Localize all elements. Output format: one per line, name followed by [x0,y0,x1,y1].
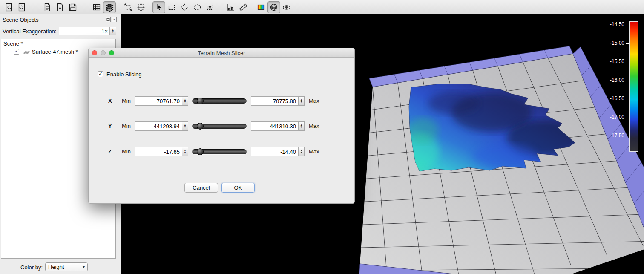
deselect-button[interactable] [204,1,216,13]
mesh-item-label: Surface-47.mesh * [32,49,78,55]
x-max-stepper[interactable]: ▲▼ [299,96,305,106]
min-label: Min [122,148,131,155]
enable-slicing-checkbox[interactable] [98,71,104,77]
transform-mesh-button[interactable] [135,1,147,13]
colormap-icon [256,3,266,12]
table-view-button[interactable] [90,1,103,13]
import-document-button[interactable] [54,1,66,13]
colorbar-tick [626,81,629,81]
y-min-input[interactable] [135,121,182,131]
stepper-down-icon: ▼ [112,31,114,33]
colormap-button[interactable] [255,1,267,13]
panel-title: Scene Objects [3,17,39,23]
import-document-icon [55,3,65,12]
orbit-icon [282,3,291,12]
z-max-input[interactable] [251,147,299,156]
ruler-button[interactable] [237,1,250,13]
vertical-exaggeration-label: Vertical Exaggeration: [3,28,56,35]
x-min-input[interactable] [135,96,182,106]
export-document-button[interactable] [41,1,54,13]
slice-row-z: Z Min ▲▼ ▲▼ Max [89,147,354,156]
height-colorbar [629,21,638,152]
histogram-icon [226,3,235,12]
slice-row-y: Y Min ▲▼ ▲▼ Max [89,121,354,131]
mesh-visibility-checkbox[interactable] [14,49,19,55]
transform-mesh-icon [136,3,146,12]
x-max-input[interactable] [251,96,299,106]
axis-label-x: X [108,98,112,104]
z-min-stepper[interactable]: ▲▼ [182,147,188,156]
rect-select-button[interactable] [165,1,178,13]
z-max-stepper[interactable]: ▲▼ [299,147,305,156]
colorbar-tick [626,99,629,99]
x-min-stepper[interactable]: ▲▼ [182,96,188,106]
chevron-down-icon: ▾ [83,265,85,269]
orbit-button[interactable] [280,1,293,13]
z-slider-knob[interactable] [197,148,204,155]
close-icon: × [113,18,115,22]
axis-label-z: Z [108,148,112,155]
colorbar-label: -15.50 [599,58,624,64]
z-min-input[interactable] [135,147,182,156]
colorbar-label: -17.00 [599,114,624,120]
z-range-slider[interactable] [192,149,247,154]
y-min-stepper[interactable]: ▲▼ [182,121,188,131]
mesh-layers-button[interactable] [103,1,116,13]
mesh-icon [23,49,30,55]
histogram-button[interactable] [224,1,237,13]
save-button[interactable] [66,1,79,13]
min-label: Min [122,98,131,104]
colorbar-label: -14.50 [599,21,624,27]
polygon-select-button[interactable] [178,1,191,13]
polygon-select-icon [180,3,189,12]
x-slider-knob[interactable] [197,98,204,104]
ruler-icon [239,3,248,12]
deselect-icon [205,3,215,12]
page-rotate-cw-icon [17,3,26,12]
colorbar-tick [626,118,629,118]
colorbar-tick [626,62,629,62]
axis-label-y: Y [108,123,112,129]
color-by-dropdown[interactable]: Height ▾ [45,262,88,271]
max-label: Max [309,148,319,155]
colorbar-tick [626,25,629,25]
scale-mesh-button[interactable] [122,1,135,13]
grid-sphere-icon [269,3,279,12]
vertical-exaggeration-stepper[interactable]: ▲ ▼ [110,27,116,35]
dialog-titlebar[interactable]: Terrain Mesh Slicer [89,48,354,58]
pointer-tool-button[interactable] [152,1,165,13]
vertical-exaggeration-input[interactable] [59,27,110,35]
pointer-icon [154,3,164,12]
page-rotate-cw-button[interactable] [15,1,28,13]
x-range-slider[interactable] [192,98,247,104]
save-icon [68,3,78,12]
table-icon [92,3,101,12]
enable-slicing-label: Enable Slicing [106,71,141,78]
y-range-slider[interactable] [192,124,247,129]
colorbar-label: -16.00 [599,77,624,83]
y-max-input[interactable] [251,121,299,131]
panel-restore-button[interactable] [106,17,111,22]
export-document-icon [43,3,52,12]
lasso-select-icon [193,3,202,12]
color-by-label: Color by: [20,264,43,271]
panel-close-button[interactable]: × [112,17,117,22]
scene-root-node[interactable]: Scene * [3,40,23,47]
colorbar-tick [626,136,629,136]
lasso-select-button[interactable] [191,1,204,13]
max-label: Max [309,98,319,104]
colorbar-label: -16.50 [599,95,624,101]
grid-sphere-button[interactable] [267,1,280,13]
y-slider-knob[interactable] [197,123,204,130]
terrain-mesh-slicer-dialog: Terrain Mesh Slicer Enable Slicing X Min… [88,48,355,204]
cancel-button[interactable]: Cancel [184,183,218,193]
colorbar-label: -15.00 [599,40,624,46]
colorbar-label: -17.50 [599,133,624,138]
mesh-layers-icon [105,3,114,12]
slice-row-x: X Min ▲▼ ▲▼ Max [89,96,354,106]
colorbar-tick [626,43,629,44]
y-max-stepper[interactable]: ▲▼ [299,121,305,131]
restore-icon [106,18,110,21]
ok-button[interactable]: OK [221,183,255,193]
page-rotate-ccw-button[interactable] [3,1,15,13]
